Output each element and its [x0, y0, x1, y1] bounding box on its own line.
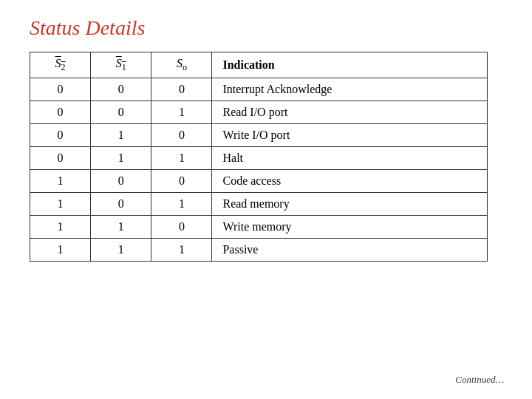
cell-indication-6: Write memory	[212, 216, 488, 239]
cell-s0-3: 1	[151, 147, 212, 170]
cell-s0-1: 1	[151, 101, 212, 124]
table-header-row: S2 S1 So Indication	[30, 52, 488, 78]
status-table-wrapper: S2 S1 So Indication 000Interrupt Acknowl…	[30, 52, 502, 262]
table-row: 000Interrupt Acknowledge	[30, 78, 488, 101]
cell-indication-0: Interrupt Acknowledge	[212, 78, 488, 101]
cell-s2-3: 0	[30, 147, 91, 170]
header-s1: S1	[91, 52, 151, 78]
cell-s0-6: 0	[151, 216, 212, 239]
cell-s2-4: 1	[30, 170, 91, 193]
table-row: 101Read memory	[30, 193, 488, 216]
cell-s2-6: 1	[30, 216, 91, 239]
table-row: 110Write memory	[30, 216, 488, 239]
cell-indication-5: Read memory	[212, 193, 488, 216]
cell-s1-1: 0	[91, 101, 151, 124]
cell-s1-2: 1	[91, 124, 151, 147]
cell-s2-1: 0	[30, 101, 91, 124]
cell-s1-6: 1	[91, 216, 151, 239]
cell-s2-5: 1	[30, 193, 91, 216]
cell-indication-2: Write I/O port	[212, 124, 488, 147]
cell-s0-7: 1	[151, 239, 212, 262]
cell-s1-4: 0	[91, 170, 151, 193]
page-title: Status Details	[30, 16, 532, 40]
header-indication: Indication	[212, 52, 488, 78]
cell-s0-2: 0	[151, 124, 212, 147]
cell-s0-0: 0	[151, 78, 212, 101]
header-s2: S2	[30, 52, 91, 78]
cell-indication-4: Code access	[212, 170, 488, 193]
cell-s0-5: 1	[151, 193, 212, 216]
table-row: 011Halt	[30, 147, 488, 170]
cell-s2-7: 1	[30, 239, 91, 262]
header-s0: So	[151, 52, 212, 78]
cell-s2-0: 0	[30, 78, 91, 101]
cell-s0-4: 0	[151, 170, 212, 193]
cell-s1-0: 0	[91, 78, 151, 101]
continued-label: Continued…	[455, 374, 504, 386]
table-row: 010Write I/O port	[30, 124, 488, 147]
cell-indication-1: Read I/O port	[212, 101, 488, 124]
cell-indication-7: Passive	[212, 239, 488, 262]
cell-s2-2: 0	[30, 124, 91, 147]
table-row: 100Code access	[30, 170, 488, 193]
cell-indication-3: Halt	[212, 147, 488, 170]
status-table: S2 S1 So Indication 000Interrupt Acknowl…	[30, 52, 488, 262]
cell-s1-5: 0	[91, 193, 151, 216]
table-row: 001Read I/O port	[30, 101, 488, 124]
table-row: 111Passive	[30, 239, 488, 262]
cell-s1-3: 1	[91, 147, 151, 170]
cell-s1-7: 1	[91, 239, 151, 262]
